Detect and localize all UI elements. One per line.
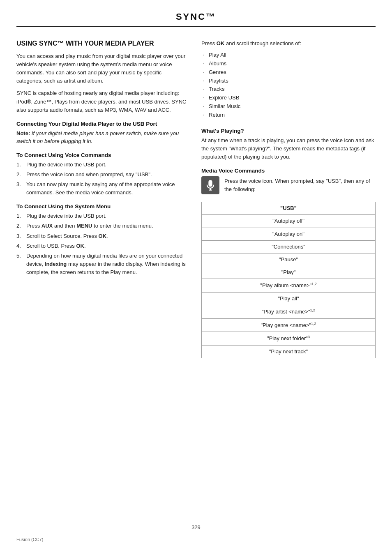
list-item: 1. Plug the device into the USB port. bbox=[16, 161, 189, 169]
list-item: Playlists bbox=[201, 77, 376, 85]
selections-list: Play All Albums Genres Playlists Tracks … bbox=[201, 51, 376, 119]
left-column: USING SYNC™ WITH YOUR MEDIA PLAYER You c… bbox=[16, 39, 189, 358]
table-row: "Play album <name>"1,2 bbox=[202, 279, 376, 293]
table-cell: "Play genre <name>"1,2 bbox=[202, 318, 376, 332]
table-row: "Play all" bbox=[202, 292, 376, 305]
table-row: "Play artist <name>"1,2 bbox=[202, 305, 376, 319]
table-cell: "Play" bbox=[202, 266, 376, 279]
table-row: "Play genre <name>"1,2 bbox=[202, 318, 376, 332]
table-cell: "Play all" bbox=[202, 292, 376, 305]
voice-icon-row: Press the voice icon. When prompted, say… bbox=[201, 176, 376, 198]
table-cell: "Play next track" bbox=[202, 345, 376, 358]
list-item: 4. Scroll to USB. Press OK. bbox=[16, 242, 189, 250]
voice-steps-list: 1. Plug the device into the USB port. 2.… bbox=[16, 161, 189, 197]
list-item: 3. You can now play music by saying any … bbox=[16, 180, 189, 197]
media-voice-section: Media Voice Commands Press the voice ico… bbox=[201, 168, 376, 358]
list-item: Return bbox=[201, 111, 376, 120]
footer-note: Fusion (CC7) bbox=[16, 537, 43, 542]
list-item: 2. Press the voice icon and when prompte… bbox=[16, 170, 189, 179]
page-footer: 329 bbox=[0, 520, 392, 534]
voice-connect-title: To Connect Using Voice Commands bbox=[16, 152, 189, 158]
note-label: Note: bbox=[16, 130, 30, 136]
commands-table: "USB" "Autoplay off" "Autoplay on" "Conn… bbox=[201, 202, 376, 358]
list-item: Similar Music bbox=[201, 102, 376, 111]
table-row: "Play next folder"3 bbox=[202, 332, 376, 346]
list-item: Albums bbox=[201, 60, 376, 68]
ok-bold: OK bbox=[217, 40, 225, 46]
list-item: 3. Scroll to Select Source. Press OK. bbox=[16, 232, 189, 240]
table-row: "Pause" bbox=[202, 253, 376, 266]
voice-desc: Press the voice icon. When prompted, say… bbox=[224, 176, 376, 194]
table-cell: "Play artist <name>"1,2 bbox=[202, 305, 376, 319]
table-row: "Play next track" bbox=[202, 345, 376, 358]
media-voice-title: Media Voice Commands bbox=[201, 168, 376, 174]
system-menu-title: To Connect Using the System Menu bbox=[16, 203, 189, 210]
ok-bold-4: OK bbox=[76, 243, 84, 249]
page-number: 329 bbox=[191, 524, 201, 530]
system-steps-list: 1. Plug the device into the USB port. 2.… bbox=[16, 212, 189, 276]
table-cell: "Connections" bbox=[202, 240, 376, 253]
list-item: 1. Plug the device into the USB port. bbox=[16, 212, 189, 220]
section-title: USING SYNC™ WITH YOUR MEDIA PLAYER bbox=[16, 39, 189, 48]
main-content: USING SYNC™ WITH YOUR MEDIA PLAYER You c… bbox=[0, 27, 392, 371]
intro-para-2: SYNC is capable of hosting nearly any di… bbox=[16, 89, 189, 114]
list-item: 5. Depending on how many digital media f… bbox=[16, 252, 189, 276]
microphone-icon bbox=[205, 180, 216, 191]
aux-bold: AUX bbox=[42, 223, 53, 229]
voice-icon bbox=[201, 176, 219, 194]
whats-playing-title: What's Playing? bbox=[201, 128, 376, 134]
subsection-connect-title: Connecting Your Digital Media Player to … bbox=[16, 121, 189, 127]
table-cell: "Autoplay off" bbox=[202, 215, 376, 228]
table-row: "Autoplay off" bbox=[202, 215, 376, 228]
whats-playing-section: What's Playing? At any time when a track… bbox=[201, 128, 376, 161]
note-body: If your digital media player has a power… bbox=[16, 130, 179, 145]
table-cell: "Autoplay on" bbox=[202, 228, 376, 240]
table-cell: "Pause" bbox=[202, 253, 376, 266]
menu-bold: MENU bbox=[76, 223, 92, 229]
list-item: Play All bbox=[201, 51, 376, 60]
table-row: "Autoplay on" bbox=[202, 228, 376, 240]
page: SYNC™ USING SYNC™ WITH YOUR MEDIA PLAYER… bbox=[0, 0, 392, 546]
list-item: Tracks bbox=[201, 85, 376, 94]
table-row: "USB" bbox=[202, 202, 376, 215]
list-item: 2. Press AUX and then MENU to enter the … bbox=[16, 222, 189, 230]
whats-playing-text: At any time when a track is playing, you… bbox=[201, 136, 376, 161]
page-title: SYNC™ bbox=[16, 12, 376, 22]
list-item: Genres bbox=[201, 68, 376, 77]
note-text: Note: If your digital media player has a… bbox=[16, 129, 189, 145]
table-row: "Play" bbox=[202, 266, 376, 279]
table-cell: "Play next folder"3 bbox=[202, 332, 376, 346]
table-row: "Connections" bbox=[202, 240, 376, 253]
indexing-bold: Indexing bbox=[45, 261, 67, 267]
intro-para-1: You can access and play music from your … bbox=[16, 52, 189, 85]
table-cell: "Play album <name>"1,2 bbox=[202, 279, 376, 293]
page-header: SYNC™ bbox=[16, 0, 376, 27]
ok-bold-3: OK bbox=[99, 233, 107, 239]
list-item: Explore USB bbox=[201, 94, 376, 102]
press-ok-text: Press OK and scroll through selections o… bbox=[201, 39, 376, 48]
right-column: Press OK and scroll through selections o… bbox=[201, 39, 376, 358]
table-cell: "USB" bbox=[202, 202, 376, 215]
